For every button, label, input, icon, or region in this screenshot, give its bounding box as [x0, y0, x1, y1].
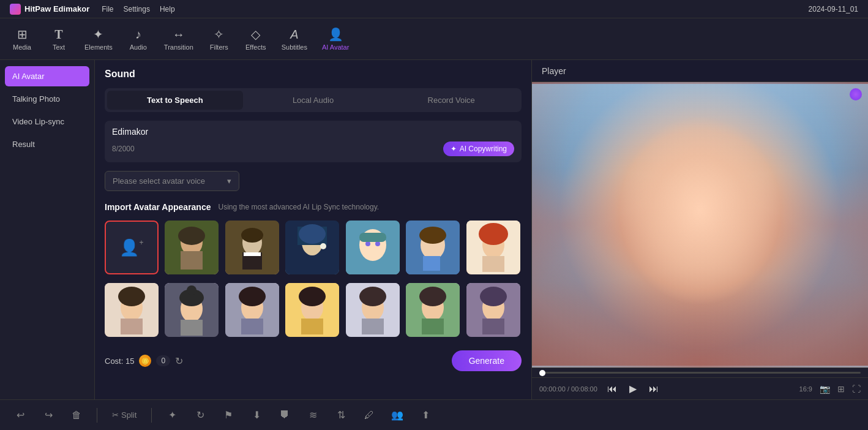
wave-button[interactable]: ≋: [302, 405, 323, 426]
person-add-icon: 👤+: [119, 238, 143, 257]
tab-local-audio[interactable]: Local Audio: [245, 91, 381, 110]
undo-button[interactable]: ↩: [10, 405, 31, 426]
toolbar-effects[interactable]: ◇ Effects: [239, 23, 273, 55]
cartoon-boy-svg: [406, 221, 460, 274]
text-input-value[interactable]: Edimakor: [112, 127, 514, 137]
svg-point-2: [178, 227, 205, 245]
ratio-display: 16:9: [799, 385, 812, 393]
toolbar-filters[interactable]: ✧ Filters: [202, 23, 236, 55]
avatar-pearl-earring[interactable]: [285, 221, 339, 274]
timeline-bar[interactable]: [539, 372, 861, 374]
avatar-woman-dark[interactable]: [346, 283, 400, 337]
avatar-mona-lisa[interactable]: [165, 221, 219, 274]
toolbar-subtitles[interactable]: A Subtitles: [275, 24, 313, 55]
svg-point-13: [320, 243, 326, 249]
avatar-woman-7[interactable]: [466, 283, 520, 337]
avatar-cartoon-girl[interactable]: [346, 221, 400, 274]
panel-title: Sound: [105, 69, 522, 80]
menu-settings[interactable]: Settings: [124, 5, 150, 13]
shield-button[interactable]: ⛊: [274, 405, 295, 426]
elements-icon: ✦: [93, 27, 103, 42]
woman1-svg: [105, 283, 159, 337]
avatar-grid-row2: [105, 283, 522, 337]
svg-rect-55: [482, 319, 504, 334]
player-title: Player: [532, 60, 868, 82]
sidebar-item-talking-photo[interactable]: Talking Photo: [5, 89, 89, 109]
voice-select-label: Please select avatar voice: [113, 176, 205, 186]
person-edit-button[interactable]: 🖊: [359, 405, 380, 426]
bottom-toolbar: ↩ ↪ 🗑 ✂ Split ✦ ↻ ⚑ ⬇ ⛊ ≋ ⇅ 🖊 👥 ⬆: [0, 399, 868, 430]
refresh-icon[interactable]: ↻: [175, 355, 183, 367]
flag-button[interactable]: ⚑: [218, 405, 239, 426]
player-panel: Player 00:00:00 / 00:08:00 ⏮ ▶ ⏭: [531, 60, 868, 399]
toolbar-audio[interactable]: ♪ Audio: [121, 24, 155, 55]
sidebar-item-result[interactable]: Result: [5, 134, 89, 154]
cartoon-girl-svg: [346, 221, 400, 274]
skip-forward-button[interactable]: ⏭: [646, 382, 661, 396]
upload-button[interactable]: ⬆: [415, 405, 436, 426]
sidebar-item-ai-avatar[interactable]: AI Avatar: [5, 66, 89, 86]
generate-button[interactable]: Generate: [452, 350, 522, 371]
split-button[interactable]: ✂ Split: [107, 408, 141, 422]
transition-icon: ↔: [173, 28, 185, 42]
person-add-button[interactable]: 👥: [387, 405, 408, 426]
app-name: HitPaw Edimakor: [24, 4, 89, 13]
app-logo: HitPaw Edimakor: [10, 4, 89, 15]
split-label: Split: [121, 410, 137, 420]
center-panel: Sound Text to Speech Local Audio Record …: [95, 60, 531, 399]
coin-icon: 🪙: [139, 355, 151, 367]
svg-rect-26: [482, 256, 504, 272]
sparkle-button[interactable]: ✦: [162, 405, 182, 426]
woman-green-svg: [406, 283, 460, 337]
arrows-button[interactable]: ⇅: [331, 405, 351, 426]
avatar-woman-1[interactable]: [105, 283, 159, 337]
tab-text-to-speech[interactable]: Text to Speech: [107, 91, 243, 110]
toolbar-text[interactable]: T Text: [42, 24, 76, 55]
svg-point-21: [419, 227, 446, 244]
toolbar-elements[interactable]: ✦ Elements: [78, 23, 119, 55]
avatar-woman-yellow[interactable]: [285, 283, 339, 337]
scissors-icon: ✂: [112, 410, 119, 420]
grid-icon[interactable]: ⊞: [837, 384, 845, 394]
refresh-button[interactable]: ↻: [190, 405, 211, 426]
player-bottom-controls: 00:00:00 / 00:08:00 ⏮ ▶ ⏭ 16:9 📷 ⊞ ⛶: [532, 377, 868, 399]
tab-record-voice[interactable]: Record Voice: [383, 91, 519, 110]
avatar-cartoon-boy[interactable]: [406, 221, 460, 274]
camera-icon[interactable]: 📷: [820, 384, 830, 394]
toolbar-transition[interactable]: ↔ Transition: [158, 24, 200, 55]
timeline-dot: [539, 370, 545, 376]
svg-rect-43: [301, 319, 323, 334]
delete-button[interactable]: 🗑: [66, 405, 87, 426]
svg-rect-22: [423, 256, 440, 271]
svg-point-6: [241, 228, 263, 243]
time-display: 00:00:00 / 00:08:00: [539, 385, 597, 393]
fullscreen-icon[interactable]: ⛶: [852, 384, 861, 394]
avatar-import-cell[interactable]: 👤+: [105, 221, 159, 274]
menu-file[interactable]: File: [102, 5, 113, 13]
shakespeare-svg: [225, 221, 279, 274]
skip-back-button[interactable]: ⏮: [605, 382, 619, 396]
woman-dark-svg: [346, 283, 400, 337]
app-logo-icon: [10, 4, 21, 15]
redo-button[interactable]: ↪: [38, 405, 59, 426]
ai-copywriting-button[interactable]: ✦ AI Copywriting: [443, 141, 514, 156]
player-controls: [532, 368, 868, 377]
menu-help[interactable]: Help: [160, 5, 175, 13]
avatar-woman-asian[interactable]: [225, 283, 279, 337]
avatar-shakespeare[interactable]: [225, 221, 279, 274]
svg-point-46: [359, 287, 386, 306]
svg-point-29: [118, 287, 145, 306]
toolbar-ai-avatar[interactable]: 👤 AI Avatar: [316, 23, 355, 55]
coin-count: 0: [156, 355, 170, 366]
voice-select-dropdown[interactable]: Please select avatar voice ▾: [105, 171, 239, 191]
download-button[interactable]: ⬇: [246, 405, 267, 426]
avatar-woman-red-hair[interactable]: [466, 221, 520, 274]
avatar-woman-green[interactable]: [406, 283, 460, 337]
svg-rect-18: [359, 233, 386, 242]
svg-rect-51: [422, 319, 444, 334]
play-button[interactable]: ▶: [627, 382, 639, 396]
sidebar-item-video-lip-sync[interactable]: Video Lip-sync: [5, 111, 89, 132]
avatar-woman-bun[interactable]: [165, 283, 219, 337]
woman-bun-svg: [165, 283, 219, 337]
toolbar-media[interactable]: ⊞ Media: [5, 23, 39, 55]
